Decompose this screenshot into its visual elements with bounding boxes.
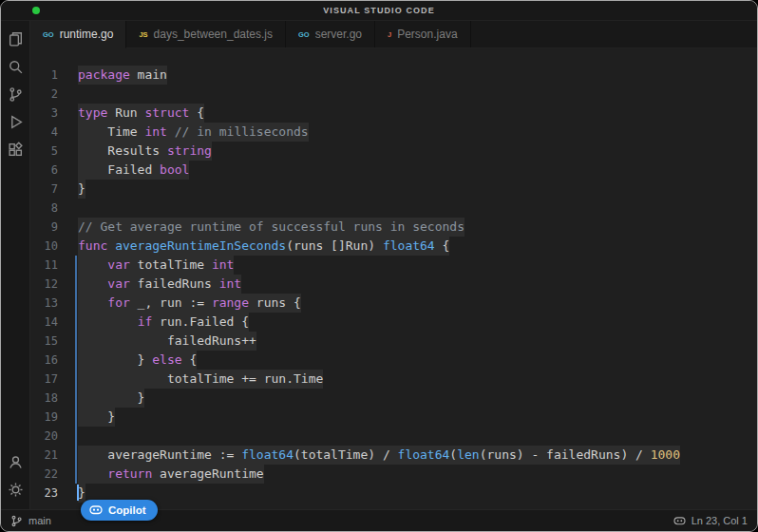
code-line[interactable]: return averageRuntime <box>78 465 757 484</box>
run-debug-icon <box>8 114 24 130</box>
line-number: 14 <box>30 313 66 332</box>
cursor-position-indicator[interactable]: Ln 23, Col 1 <box>673 515 748 526</box>
activity-bar <box>1 21 30 509</box>
code-line[interactable]: Time int // in milliseconds <box>78 123 757 142</box>
code-area[interactable]: package maintype Run struct { Time int /… <box>66 48 757 509</box>
code-line[interactable]: totalTime += run.Time <box>78 370 757 389</box>
line-number: 22 <box>30 465 66 484</box>
copilot-button[interactable]: Copilot <box>81 500 158 521</box>
line-number: 4 <box>30 123 66 142</box>
code-line[interactable]: if run.Failed { <box>78 313 757 332</box>
line-number: 20 <box>30 427 66 446</box>
code-line[interactable]: } <box>78 408 757 427</box>
line-number: 19 <box>30 408 66 427</box>
code-line[interactable]: failedRuns++ <box>78 332 757 351</box>
title-bar: Visual Studio Code <box>1 1 757 21</box>
line-number: 16 <box>30 351 66 370</box>
tab-label: days_between_dates.js <box>154 28 273 41</box>
account-icon <box>8 454 24 470</box>
explorer-button[interactable] <box>1 26 29 53</box>
source-control-icon <box>8 86 24 103</box>
code-line[interactable]: } else { <box>78 351 757 370</box>
line-number: 18 <box>30 389 66 408</box>
extensions-button[interactable] <box>1 136 29 163</box>
line-numbers-gutter: 1234567891011121314151617181920212223 <box>30 48 66 509</box>
copilot-status-icon <box>673 516 686 526</box>
search-button[interactable] <box>1 53 29 81</box>
tab-bar: GO runtime.go JS days_between_dates.js G… <box>30 21 757 48</box>
bracket-pair-guide <box>75 256 77 484</box>
code-line[interactable]: var totalTime int <box>78 256 757 275</box>
gear-icon <box>8 482 24 498</box>
extensions-icon <box>8 142 24 158</box>
window-control-green[interactable] <box>32 7 40 14</box>
code-line[interactable]: averageRuntime := float64(totalTime) / f… <box>78 446 757 465</box>
go-file-icon: GO <box>298 30 310 39</box>
line-number: 23 <box>30 484 66 503</box>
js-file-icon: JS <box>139 30 147 39</box>
window-title: Visual Studio Code <box>323 6 435 15</box>
code-line[interactable]: package main <box>78 66 757 85</box>
line-number: 11 <box>30 256 66 275</box>
tab-server-go[interactable]: GO server.go <box>286 21 375 48</box>
go-file-icon: GO <box>43 30 54 39</box>
tab-days-between-dates-js[interactable]: JS days_between_dates.js <box>126 21 286 48</box>
settings-button[interactable] <box>1 476 29 504</box>
code-line[interactable]: type Run struct { <box>78 104 757 123</box>
editor: 1234567891011121314151617181920212223 pa… <box>30 48 757 509</box>
code-line[interactable]: func averageRuntimeInSeconds(runs []Run)… <box>78 237 757 256</box>
line-number: 1 <box>30 66 66 85</box>
code-line[interactable]: } <box>78 389 757 408</box>
code-line[interactable]: var failedRuns int <box>78 275 757 294</box>
line-number: 5 <box>30 142 66 161</box>
code-line[interactable]: } <box>78 484 757 503</box>
line-number: 8 <box>30 199 66 218</box>
code-line[interactable] <box>78 199 757 218</box>
account-button[interactable] <box>1 448 29 476</box>
line-number: 6 <box>30 161 66 180</box>
tab-label: server.go <box>315 28 362 41</box>
code-line[interactable] <box>78 85 757 104</box>
code-line[interactable]: for _, run := range runs { <box>78 294 757 313</box>
search-icon <box>8 59 24 75</box>
line-number: 12 <box>30 275 66 294</box>
line-number: 3 <box>30 104 66 123</box>
source-control-button[interactable] <box>1 81 29 108</box>
line-number: 21 <box>30 446 66 465</box>
line-number: 10 <box>30 237 66 256</box>
code-line[interactable] <box>78 427 757 446</box>
vscode-window: Visual Studio Code <box>0 0 758 532</box>
line-number: 7 <box>30 180 66 199</box>
tab-label: runtime.go <box>60 28 114 41</box>
files-icon <box>8 31 24 48</box>
tab-person-java[interactable]: J Person.java <box>375 21 471 48</box>
code-line[interactable]: } <box>78 180 757 199</box>
java-file-icon: J <box>388 30 391 39</box>
git-branch-icon <box>10 515 23 527</box>
line-number: 15 <box>30 332 66 351</box>
run-debug-button[interactable] <box>1 108 29 136</box>
line-number: 17 <box>30 370 66 389</box>
branch-label: main <box>28 515 51 526</box>
cursor-position-label: Ln 23, Col 1 <box>692 515 748 526</box>
copilot-icon <box>89 504 103 516</box>
line-number: 2 <box>30 85 66 104</box>
line-number: 9 <box>30 218 66 237</box>
text-cursor <box>77 484 79 501</box>
code-line[interactable]: // Get average runtime of successful run… <box>78 218 757 237</box>
code-line[interactable]: Results string <box>78 142 757 161</box>
line-number: 13 <box>30 294 66 313</box>
copilot-button-label: Copilot <box>108 504 146 516</box>
tab-label: Person.java <box>397 28 457 41</box>
code-line[interactable]: Failed bool <box>78 161 757 180</box>
tab-runtime-go[interactable]: GO runtime.go <box>30 21 126 48</box>
branch-indicator[interactable]: main <box>10 515 51 527</box>
